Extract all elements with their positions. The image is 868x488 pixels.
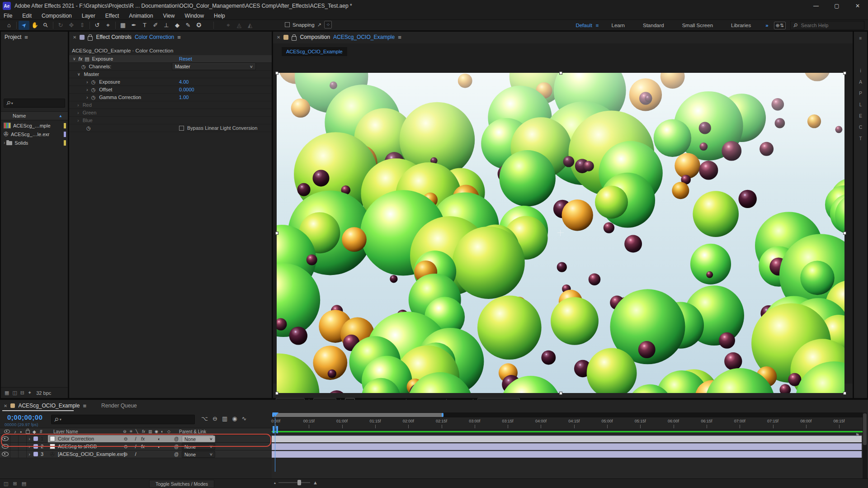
stopwatch-icon[interactable]: ◷ <box>81 64 86 70</box>
shy-icon[interactable]: ⊖ <box>212 415 217 422</box>
video-switch[interactable] <box>0 450 10 458</box>
twist-closed-icon[interactable]: › <box>86 95 88 100</box>
layer-handle[interactable] <box>275 232 278 235</box>
menu-animation[interactable]: Animation <box>129 13 153 19</box>
menu-help[interactable]: Help <box>214 13 225 19</box>
graph_editor-icon[interactable]: ∿ <box>242 415 247 422</box>
close-icon[interactable]: ✕ <box>4 403 7 408</box>
project-footer-icon-1[interactable]: ◫ <box>12 390 17 396</box>
audio-switch[interactable] <box>10 443 19 450</box>
parent-dropdown[interactable]: None∨ <box>182 436 215 442</box>
dock-tab-3[interactable]: L <box>854 100 867 109</box>
selection-tool[interactable]: ➤ <box>19 21 29 30</box>
audio-column-icon[interactable]: ♪ <box>14 429 16 434</box>
menu-effect[interactable]: Effect <box>105 13 119 19</box>
parent-link-column[interactable]: Parent & Link <box>179 429 206 434</box>
close-icon[interactable]: ✕ <box>73 35 76 40</box>
effect-row-master[interactable]: ∨Master <box>69 71 272 78</box>
rectangle-tool[interactable]: ▦ <box>118 21 128 30</box>
home-tool[interactable]: ⌂ <box>4 21 14 30</box>
quality-switch[interactable]: / <box>133 450 138 458</box>
effect-row-gamma-correction[interactable]: ›◷Gamma Correction1.00 <box>69 94 272 101</box>
timeline-footer-icon-2[interactable]: ▤ <box>22 481 26 487</box>
camera-tool[interactable]: ⌖ <box>103 21 113 30</box>
switch-column-icon-6[interactable]: ◐ <box>161 429 163 434</box>
dock-tab-5[interactable]: C <box>854 123 867 132</box>
workspace-menu-icon[interactable]: ≡ <box>596 23 599 28</box>
eraser-tool[interactable]: ◆ <box>172 21 183 30</box>
minimize-button[interactable]: — <box>806 0 826 12</box>
switch-column-icon-0[interactable]: ⊖ <box>123 429 127 434</box>
twist-closed-icon[interactable]: › <box>86 87 88 92</box>
timeline-scrollbar[interactable] <box>863 412 867 479</box>
project-footer-icon-0[interactable]: ▦ <box>5 390 9 396</box>
layer-name[interactable]: [ACEScg_OCIO_Example.exr] <box>58 450 121 458</box>
help-search-box[interactable]: ⚲ <box>790 21 864 30</box>
parent-pickwhip-icon[interactable]: @ <box>173 450 180 458</box>
bit-depth-label[interactable]: 32 bpc <box>36 390 51 396</box>
layer-row-2[interactable]: ›2ACEScg to sRGB⊖/fx◐@None∨ <box>0 443 271 450</box>
menu-edit[interactable]: Edit <box>22 13 32 19</box>
eye-column-icon[interactable] <box>4 430 10 434</box>
switch-column-icon-3[interactable]: fx <box>142 429 145 434</box>
effect-controls-tab[interactable]: Effect Controls <box>96 34 131 40</box>
project-panel-menu-icon[interactable]: ≡ <box>24 34 28 41</box>
effect-row-green[interactable]: ›Green <box>69 109 272 117</box>
workspace-overflow-icon[interactable]: » <box>760 23 774 28</box>
hand-tool[interactable]: ✋ <box>29 21 40 30</box>
axis-mode-c[interactable]: ◭ <box>245 21 255 30</box>
twist-icon[interactable]: › <box>77 102 79 108</box>
dock-menu-icon[interactable]: ≡ <box>854 33 867 43</box>
twist-open-icon[interactable]: ∨ <box>73 57 76 61</box>
layer-row-1[interactable]: ›1Color Correction⊖/fx◐@None∨ <box>0 435 271 443</box>
time-ruler[interactable]: 0:00f00:15f01:00f01:15f02:00f02:15f03:00… <box>272 417 863 430</box>
effect-row-blue[interactable]: ›Blue <box>69 117 272 124</box>
stopwatch-icon[interactable]: ◷ <box>91 79 96 85</box>
label-color-chip[interactable] <box>64 123 66 128</box>
project-name-column-header[interactable]: Name ▲ <box>1 111 68 120</box>
shy-switch[interactable]: ⊖ <box>122 450 129 458</box>
viewer-tab[interactable]: ACEScg_OCIO_Example <box>282 47 347 56</box>
timeline-zoom-slider[interactable]: ▴ ▲ <box>274 480 318 485</box>
video-switch[interactable] <box>0 443 10 450</box>
flowchart-icon[interactable]: ⌥ <box>201 415 208 422</box>
timeline-footer-icon-1[interactable]: ⊞ <box>13 481 17 487</box>
video-switch[interactable] <box>0 435 10 442</box>
workspace-standard[interactable]: Standard <box>634 23 673 28</box>
twist-icon[interactable]: ∨ <box>77 72 80 76</box>
project-footer-icon-3[interactable]: ✦ <box>28 390 32 396</box>
clone-stamp-tool[interactable]: ⊥ <box>161 21 172 30</box>
shy-switch[interactable]: ⊖ <box>122 435 129 442</box>
timeline-tab-render-queue[interactable]: Render Queue <box>101 403 137 409</box>
brush-tool[interactable]: ✐ <box>150 21 161 30</box>
shy-switch[interactable]: ⊖ <box>122 443 129 450</box>
maximize-button[interactable]: ▢ <box>826 0 847 12</box>
frame_blend-icon[interactable]: ▥ <box>222 415 227 422</box>
effect-row-bypass-linear-light-conversion[interactable]: ◷Bypass Linear Light Conversion <box>69 124 272 132</box>
project-footer-icon-2[interactable]: ⊟ <box>20 390 24 396</box>
layer-handle[interactable] <box>843 392 846 395</box>
panel-menu-icon[interactable]: ≡ <box>398 34 401 41</box>
twist-icon[interactable]: › <box>77 118 79 123</box>
menu-file[interactable]: File <box>4 13 12 19</box>
layer-handle[interactable] <box>275 71 278 75</box>
label-color-chip[interactable] <box>33 443 39 450</box>
dock-tab-0[interactable]: i <box>854 66 867 75</box>
effect-row-exposure[interactable]: ›◷Exposure4.00 <box>69 78 272 86</box>
timeline-menu-icon[interactable]: ≡ <box>83 403 86 409</box>
param-value[interactable]: 1.00 <box>179 95 189 100</box>
zoom-in-icon[interactable]: ▲ <box>313 480 318 485</box>
project-item-1[interactable]: ACEScg_…mple <box>1 121 68 130</box>
fx-switch[interactable]: fx <box>139 443 146 450</box>
timeline-tab-comp[interactable]: ACEScg_OCIO_Example <box>18 403 80 409</box>
zoom-slider-thumb[interactable] <box>297 480 301 485</box>
menu-layer[interactable]: Layer <box>82 13 95 19</box>
puppet-pin-tool[interactable]: ✪ <box>193 21 204 30</box>
close-icon[interactable]: ✕ <box>277 35 280 40</box>
lock-column-icon[interactable] <box>26 430 30 434</box>
label-color-chip[interactable] <box>33 450 39 458</box>
workspace-libraries[interactable]: Libraries <box>722 23 760 28</box>
snap-aux-icon[interactable]: ↗ <box>317 22 322 28</box>
lock-icon[interactable] <box>88 36 93 41</box>
composition-tab[interactable]: Composition <box>300 34 330 40</box>
